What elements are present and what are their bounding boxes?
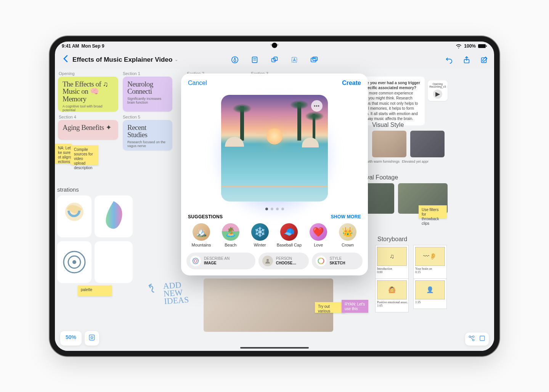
chip-mountains[interactable]: 🏔️ Mountains [187, 223, 215, 247]
back-button[interactable] [60, 53, 70, 66]
chip-icon: 🏝️ [222, 223, 239, 241]
wifi-icon [456, 44, 462, 48]
svg-rect-11 [313, 57, 317, 60]
svg-rect-3 [252, 57, 257, 62]
opt-line2: CHOOSE… [276, 261, 296, 266]
suggestions-label: SUGGESTIONS [188, 214, 223, 219]
chip-icon: 🏔️ [193, 223, 210, 241]
opt-line1: PERSON [276, 256, 296, 261]
ipad-frame: 9:41 AM Mon Sep 9 100% Effects of Music … [50, 36, 499, 356]
chip-beach[interactable]: 🏝️ Beach [217, 223, 245, 247]
image-playground-modal: Cancel Create ••• SUGGESTIONS SHOW MORE [181, 74, 368, 275]
sun-graphic [266, 128, 283, 144]
status-time: 9:41 AM [62, 43, 79, 49]
palm-graphic [297, 102, 301, 141]
svg-point-26 [194, 259, 197, 262]
chip-label: Baseball Cap [277, 243, 302, 247]
sparkle-icon [190, 256, 201, 266]
opt-line1: DESCRIBE AN [204, 256, 230, 261]
shape-tool-icon[interactable] [270, 55, 279, 64]
person-icon [262, 256, 273, 266]
chip-icon: ❤️ [310, 223, 327, 241]
status-date: Mon Sep 9 [82, 43, 104, 49]
svg-rect-1 [486, 45, 487, 47]
svg-point-29 [318, 258, 324, 264]
cancel-button[interactable]: Cancel [188, 80, 207, 86]
toolbar: Effects of Music Explainer Video ⌄ A [55, 51, 494, 69]
show-more-button[interactable]: SHOW MORE [331, 214, 361, 219]
choose-person-button[interactable]: PERSON CHOOSE… [258, 253, 309, 269]
svg-point-28 [266, 259, 269, 261]
opt-line1: STYLE [329, 256, 345, 261]
chip-icon: 👑 [339, 223, 356, 241]
chip-baseball-cap[interactable]: 🧢 Baseball Cap [275, 223, 303, 247]
chip-winter[interactable]: ❄️ Winter [246, 223, 274, 247]
battery-icon [478, 44, 487, 48]
describe-image-button[interactable]: DESCRIBE AN IMAGE [186, 253, 255, 269]
palm-graphic [240, 106, 244, 141]
chip-love[interactable]: ❤️ Love [304, 223, 332, 247]
camera-notch [272, 43, 277, 48]
svg-text:A: A [293, 58, 296, 62]
opt-line2: SKETCH [329, 261, 345, 266]
chip-label: Winter [254, 243, 266, 247]
svg-rect-7 [274, 57, 277, 60]
more-options-button[interactable]: ••• [311, 100, 323, 112]
style-icon [316, 256, 326, 266]
suggestion-chips: 🏔️ Mountains 🏝️ Beach ❄️ Winter 🧢 Baseba… [186, 219, 363, 253]
chip-label: Crown [342, 243, 354, 247]
pen-tool-icon[interactable] [230, 55, 239, 64]
umbrella-graphic [302, 138, 319, 147]
chip-crown[interactable]: 👑 Crown [334, 223, 362, 247]
svg-point-12 [314, 58, 315, 59]
chip-icon: ❄️ [251, 223, 269, 241]
style-button[interactable]: STYLE SKETCH [312, 253, 363, 269]
svg-rect-10 [311, 58, 316, 62]
undo-icon[interactable] [445, 55, 454, 64]
text-tool-icon[interactable]: A [290, 55, 299, 64]
battery-percent: 100% [464, 43, 476, 49]
chip-icon: 🧢 [280, 223, 298, 241]
share-icon[interactable] [462, 55, 471, 64]
svg-rect-6 [272, 58, 275, 62]
chip-label: Mountains [192, 243, 211, 247]
compose-icon[interactable] [480, 55, 489, 64]
palm-graphic [313, 114, 315, 141]
note-tool-icon[interactable] [250, 55, 259, 64]
create-button[interactable]: Create [342, 80, 361, 86]
chip-label: Love [314, 243, 323, 247]
pool-edge [221, 186, 328, 187]
svg-rect-0 [478, 44, 486, 48]
chevron-down-icon[interactable]: ⌄ [175, 57, 178, 62]
document-title[interactable]: Effects of Music Explainer Video [72, 56, 172, 64]
opt-line2: IMAGE [204, 261, 230, 266]
svg-point-27 [193, 258, 199, 264]
generated-image-preview[interactable]: ••• [221, 95, 328, 202]
media-tool-icon[interactable] [310, 55, 319, 64]
chip-label: Beach [225, 243, 236, 247]
